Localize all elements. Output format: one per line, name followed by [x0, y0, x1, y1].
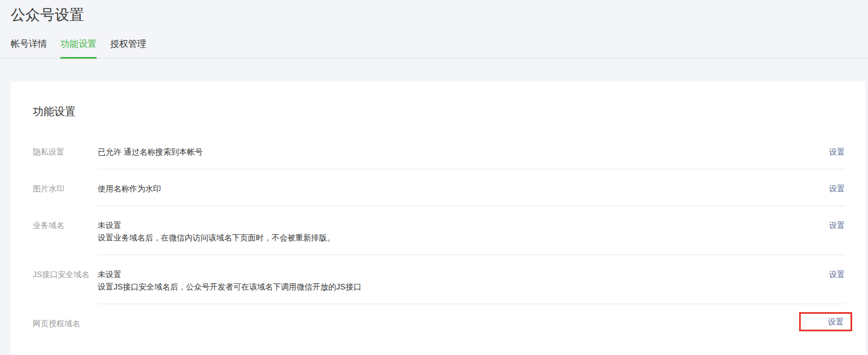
row-image-watermark: 图片水印 使用名称作为水印 设置	[33, 169, 845, 206]
page-header: 公众号设置 帐号详情 功能设置 授权管理	[0, 0, 868, 59]
tabs-bar: 帐号详情 功能设置 授权管理	[0, 38, 868, 59]
settings-link-watermark[interactable]: 设置	[829, 184, 845, 193]
settings-link-privacy[interactable]: 设置	[829, 147, 845, 156]
row-value: 已允许 通过名称搜索到本帐号	[98, 146, 818, 157]
row-label: 图片水印	[33, 169, 98, 206]
row-value: 使用名称作为水印	[98, 183, 818, 194]
row-js-api-secure-domain: JS接口安全域名 未设置 设置JS接口安全域名后，公众号开发者可在该域名下调用微…	[33, 255, 845, 304]
settings-link-web-auth-domain[interactable]: 设置	[828, 316, 844, 327]
tab-authorization-management[interactable]: 授权管理	[110, 38, 146, 58]
tab-function-settings[interactable]: 功能设置	[60, 38, 97, 59]
row-value: 未设置	[98, 220, 818, 231]
card-title: 功能设置	[33, 104, 845, 119]
row-label: JS接口安全域名	[33, 255, 98, 304]
settings-link-js-api-domain[interactable]: 设置	[829, 270, 845, 279]
row-privacy-settings: 隐私设置 已允许 通过名称搜索到本帐号 设置	[33, 133, 845, 169]
row-value: 未设置	[98, 269, 818, 280]
row-web-auth-domain: 网页授权域名 设置	[33, 304, 845, 340]
row-desc: 设置JS接口安全域名后，公众号开发者可在该域名下调用微信开放的JS接口	[98, 281, 818, 292]
page-title: 公众号设置	[11, 6, 868, 24]
highlight-box: 设置	[799, 312, 852, 331]
row-value	[98, 318, 788, 329]
settings-rows: 隐私设置 已允许 通过名称搜索到本帐号 设置 图片水印 使用名称作为水印	[33, 133, 845, 340]
settings-link-business-domain[interactable]: 设置	[829, 221, 845, 230]
row-label: 隐私设置	[33, 133, 98, 169]
row-business-domain: 业务域名 未设置 设置业务域名后，在微信内访问该域名下页面时，不会被重新排版。 …	[33, 206, 845, 255]
tabs: 帐号详情 功能设置 授权管理	[0, 38, 868, 58]
row-desc: 设置业务域名后，在微信内访问该域名下页面时，不会被重新排版。	[98, 232, 818, 243]
row-label: 业务域名	[33, 206, 98, 255]
row-label: 网页授权域名	[33, 304, 98, 340]
function-settings-card: 功能设置 隐私设置 已允许 通过名称搜索到本帐号 设置 图片水印 使用名称作为水…	[11, 82, 865, 355]
tab-account-details[interactable]: 帐号详情	[11, 38, 47, 58]
